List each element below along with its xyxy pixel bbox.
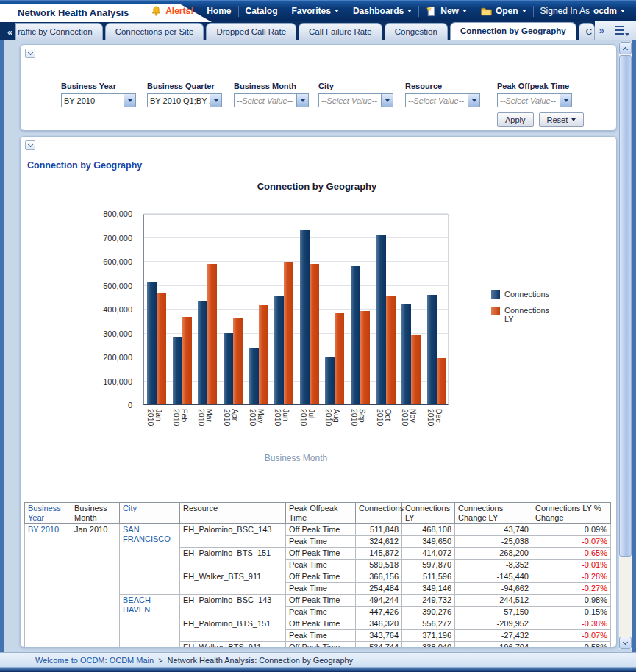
table-cell[interactable]: BY 2010 <box>25 524 71 648</box>
signed-in-menu-item[interactable]: Signed In As ocdm <box>534 6 632 16</box>
table-cell: 244,512 <box>455 595 532 607</box>
tabs-scroll-left-button[interactable]: « <box>0 26 15 40</box>
table-cell: 511,596 <box>402 571 455 583</box>
table-cell: 346,320 <box>356 618 402 630</box>
filter-select[interactable]: BY 2010 Q1;BY 20 <box>147 93 222 107</box>
bar-connections[interactable] <box>147 282 157 404</box>
column-header: Connections Change LY <box>455 503 532 524</box>
bar-connections[interactable] <box>173 337 182 404</box>
scroll-down-button[interactable] <box>619 637 632 649</box>
bar-connections[interactable] <box>325 357 335 404</box>
bar-connections[interactable] <box>198 301 207 404</box>
chevron-down-icon[interactable] <box>210 94 221 107</box>
tabs-scroll-right-button[interactable]: » <box>599 25 604 36</box>
scroll-up-button[interactable] <box>619 42 632 54</box>
username: ocdm <box>593 6 617 16</box>
table-cell[interactable]: BEACH HAVEN <box>120 595 180 648</box>
tab-call-failure-rate[interactable]: Call Failure Rate <box>299 23 382 40</box>
chevron-down-icon[interactable] <box>124 94 135 107</box>
table-cell: EH_Walker_BTS_911 <box>180 571 286 595</box>
bar-connections-ly[interactable] <box>284 262 293 404</box>
bar-connections[interactable] <box>401 304 411 404</box>
bar-connections-ly[interactable] <box>360 311 370 404</box>
new-menu-item[interactable]: New <box>419 6 474 17</box>
chevron-down-icon[interactable] <box>296 94 308 107</box>
bar-connections-ly[interactable] <box>157 293 166 404</box>
bar-connections-ly[interactable] <box>310 264 319 404</box>
table-cell[interactable]: SAN FRANCISCO <box>120 524 180 595</box>
table-cell: EH_Palomino_BTS_151 <box>180 548 286 571</box>
open-menu-item[interactable]: Open <box>474 6 533 17</box>
filter-field: City--Select Value-- <box>318 82 393 107</box>
tab-raffic-by-connection[interactable]: raffic by Connection <box>15 23 102 40</box>
table-cell: 534,744 <box>356 642 402 648</box>
table-cell: Peak Time <box>286 560 356 571</box>
table-cell: -0.07% <box>532 630 611 642</box>
vertical-scrollbar[interactable] <box>619 42 632 649</box>
bar-connections-ly[interactable] <box>335 313 344 404</box>
filter-select[interactable]: --Select Value-- <box>234 93 309 107</box>
bar-connections[interactable] <box>224 333 233 404</box>
breadcrumb-home-link[interactable]: Welcome to OCDM: OCDM Main <box>35 656 154 665</box>
dashboard-content: Business YearBY 2010Business QuarterBY 2… <box>0 40 636 652</box>
bar-connections-ly[interactable] <box>411 335 421 404</box>
bar-connections-ly[interactable] <box>259 305 268 404</box>
bar-connections[interactable] <box>249 348 259 404</box>
table-cell: -8,352 <box>455 560 532 571</box>
filter-field: Business YearBY 2010 <box>61 82 136 107</box>
filter-select[interactable]: --Select Value-- <box>318 93 393 107</box>
table-cell: EH_Palomino_BSC_143 <box>180 595 286 618</box>
table-cell: 254,484 <box>356 583 402 595</box>
column-header[interactable]: City <box>120 503 180 524</box>
column-header[interactable]: Business Year <box>25 503 71 524</box>
table-cell: 390,276 <box>402 607 455 618</box>
reset-button[interactable]: Reset <box>539 112 585 127</box>
filter-select[interactable]: BY 2010 <box>61 93 136 107</box>
table-cell: -0.28% <box>532 571 611 583</box>
bar-connections[interactable] <box>376 235 386 404</box>
page-options-icon[interactable] <box>615 26 626 35</box>
table-cell: 597,870 <box>402 560 455 571</box>
catalog-menu-item[interactable]: Catalog <box>239 6 285 16</box>
filter-field: Peak Offpeak Time--Select Value-- <box>497 82 572 107</box>
table-cell: -94,662 <box>455 583 532 595</box>
chevron-down-icon <box>462 10 467 12</box>
home-menu-item[interactable]: Home <box>200 6 237 16</box>
chevron-down-icon[interactable] <box>468 94 479 107</box>
filter-field: Business Month--Select Value-- <box>234 82 309 107</box>
chart-title: Connection by Geography <box>104 181 529 199</box>
tab-congestion[interactable]: Congestion <box>385 23 448 40</box>
dashboards-menu-item[interactable]: Dashboards <box>346 6 418 16</box>
favorites-menu-item[interactable]: Favorites <box>285 6 346 16</box>
bar-connections[interactable] <box>274 296 284 404</box>
scrollbar-thumb[interactable] <box>619 55 632 557</box>
chevron-down-icon[interactable] <box>381 94 393 107</box>
table-cell: -145,440 <box>455 571 532 583</box>
table-cell: 196,704 <box>455 642 532 648</box>
table-cell: 0.15% <box>532 607 611 618</box>
bar-connections-ly[interactable] <box>207 264 217 404</box>
bar-connections-ly[interactable] <box>233 318 243 404</box>
chevron-down-icon[interactable] <box>560 94 571 107</box>
apply-button[interactable]: Apply <box>497 112 534 127</box>
table-cell: 556,272 <box>402 618 455 630</box>
tab-connections-per-site[interactable]: Connections per Site <box>105 23 204 40</box>
table-cell: -25,038 <box>455 536 532 548</box>
bar-connections[interactable] <box>300 230 310 404</box>
bar-connections-ly[interactable] <box>386 296 396 404</box>
collapse-report-panel-button[interactable] <box>25 140 35 150</box>
tab-strip: « raffic by ConnectionConnections per Si… <box>0 21 636 40</box>
table-cell: -0.38% <box>532 618 611 630</box>
filter-select[interactable]: --Select Value-- <box>405 93 480 107</box>
tab-connection-by-geography[interactable]: Connection by Geography <box>450 22 576 40</box>
bar-connections[interactable] <box>351 266 360 404</box>
chart-x-axis-title: Business Month <box>143 453 449 463</box>
tab-dropped-call-rate[interactable]: Dropped Call Rate <box>206 23 296 40</box>
bar-connections-ly[interactable] <box>437 358 446 404</box>
alerts-menu-item[interactable]: Alerts! <box>144 6 200 17</box>
filter-select[interactable]: --Select Value-- <box>497 93 572 107</box>
tab-c[interactable]: C <box>579 23 595 40</box>
bar-connections-ly[interactable] <box>182 317 192 404</box>
bar-connections[interactable] <box>427 295 437 404</box>
x-tick-label: Oct2010 <box>376 409 392 426</box>
